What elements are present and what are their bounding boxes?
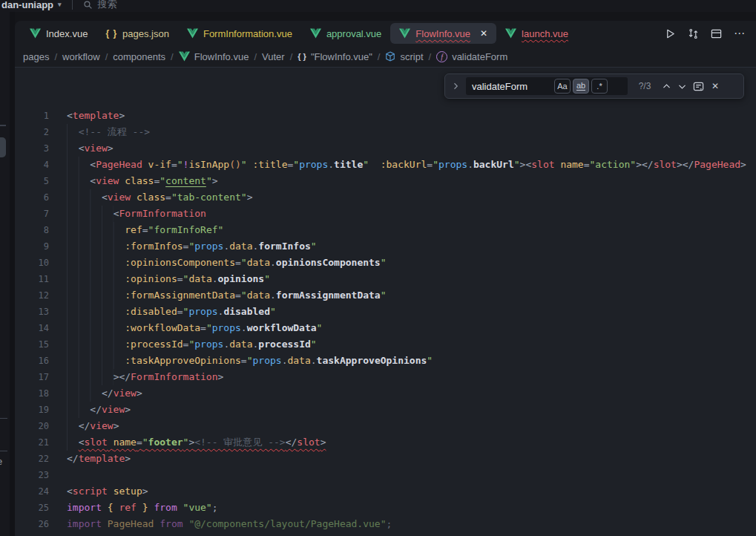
code-token: props <box>188 306 217 317</box>
code-token: ></ <box>677 159 694 170</box>
code-token: = <box>177 273 183 284</box>
code-line-14[interactable]: 14:workflowData="props.workflowData" <box>15 320 756 336</box>
code-line-10[interactable]: 10:opinionsComponents="data.opinionsComp… <box>15 255 756 271</box>
code-line-11[interactable]: 11:opinions="data.opinions" <box>15 271 756 287</box>
code-line-20[interactable]: 20</view> <box>15 418 756 434</box>
code-line-1[interactable]: 1<template> <box>15 108 756 124</box>
code-token: " <box>514 159 520 170</box>
line-number: 15 <box>15 336 49 353</box>
code-token: () <box>229 159 241 170</box>
find-input[interactable] <box>472 81 552 92</box>
run-button[interactable] <box>665 28 676 39</box>
project-selector[interactable]: dan-uniapp ▾ <box>0 0 62 10</box>
global-search[interactable]: 搜索 <box>83 0 117 11</box>
line-number: 4 <box>15 157 49 173</box>
indent-guide <box>67 320 125 336</box>
code-line-22[interactable]: 22</template> <box>15 451 756 467</box>
code-token: < <box>90 159 96 170</box>
breadcrumb-label: workflow <box>62 51 100 62</box>
code-text: :formInfos="props.data.formInfos" <box>125 238 316 255</box>
tab-index-vue[interactable]: Index.vue <box>21 21 96 46</box>
code-line-21[interactable]: 21<slot name="footer"><!-- 审批意见 --></slo… <box>15 434 756 451</box>
strip-tab-handle[interactable] <box>0 137 6 157</box>
match-case-button[interactable]: Aa <box>554 79 571 94</box>
line-number: 10 <box>15 255 49 271</box>
breadcrumb: pages/workflow/components/FlowInfo.vue/V… <box>15 46 756 67</box>
code-line-15[interactable]: 15:processId="props.data.processId" <box>15 336 756 353</box>
breadcrumb-item-validateform[interactable]: fvalidateForm <box>436 51 507 62</box>
code-token: = <box>177 306 183 317</box>
code-line-7[interactable]: 7<FormInformation <box>15 206 756 222</box>
code-text: import { ref } from "vue"; <box>67 500 218 516</box>
code-line-26[interactable]: 26import PageHead from "@/components/lay… <box>15 516 756 532</box>
code-line-17[interactable]: 17></FormInformation> <box>15 369 756 385</box>
code-line-12[interactable]: 12:formAssignmentData="data.formAssignme… <box>15 287 756 304</box>
find-in-selection-button[interactable] <box>693 81 704 92</box>
tab-flowinfo-vue[interactable]: FlowInfo.vue✕ <box>390 23 496 44</box>
code-line-13[interactable]: 13:disabled="props.disabled" <box>15 304 756 320</box>
tab-forminformation-vue[interactable]: FormInformation.vue <box>178 21 301 46</box>
code-token: < <box>102 192 108 203</box>
code-line-6[interactable]: 6<view class="tab-content"> <box>15 189 756 206</box>
code-area[interactable]: 1<template>2<!-- 流程 -->3<view>4<PageHead… <box>15 68 756 532</box>
code-token: opinions <box>218 273 265 284</box>
code-token: { <box>108 502 114 513</box>
breadcrumb-item-pages[interactable]: pages <box>23 51 49 62</box>
tab-pages-json[interactable]: { }pages.json <box>96 21 178 46</box>
code-line-5[interactable]: 5<view class="content"> <box>15 173 756 189</box>
toggle-replace-icon[interactable] <box>451 82 460 91</box>
next-match-button[interactable] <box>677 82 687 91</box>
more-actions-button[interactable]: ⋯ <box>734 27 746 40</box>
breadcrumb-item-vuter[interactable]: Vuter <box>262 51 285 62</box>
tab-launch-vue[interactable]: launch.vue <box>496 21 577 46</box>
line-number: 24 <box>15 483 49 500</box>
line-number: 23 <box>15 467 49 483</box>
code-line-4[interactable]: 4<PageHead v-if="!isInApp()" :title="pro… <box>15 157 756 173</box>
code-line-3[interactable]: 3<view> <box>15 140 756 157</box>
code-line-2[interactable]: 2<!-- 流程 --> <box>15 124 756 140</box>
code-token: " <box>177 159 183 170</box>
code-line-24[interactable]: 24<script setup> <box>15 483 756 500</box>
code-token: = <box>142 224 148 235</box>
code-line-25[interactable]: 25import { ref } from "vue"; <box>15 500 756 516</box>
code-line-19[interactable]: 19</view> <box>15 402 756 418</box>
close-find-icon[interactable]: ✕ <box>710 81 719 91</box>
line-number: 7 <box>15 206 49 222</box>
split-editor-button[interactable] <box>711 28 722 39</box>
editor-pane[interactable]: Aa ab .* ?/3 ✕ 1<template>2<!-- 流程 -->3<… <box>15 67 756 536</box>
code-token <box>131 192 137 203</box>
code-token: " <box>381 257 387 268</box>
code-line-9[interactable]: 9:formInfos="props.data.formInfos" <box>15 238 756 255</box>
breadcrumb-item-components[interactable]: components <box>113 51 165 62</box>
git-compare-button[interactable] <box>688 28 699 39</box>
code-line-16[interactable]: 16:taskApproveOpinions="props.data.taskA… <box>15 353 756 369</box>
braces-icon: { } <box>298 52 306 61</box>
code-line-18[interactable]: 18</view> <box>15 385 756 402</box>
code-token: </ <box>67 453 79 464</box>
breadcrumb-item-script[interactable]: script <box>385 51 423 62</box>
whole-word-button[interactable]: ab <box>573 79 589 94</box>
code-text: </view> <box>90 402 131 418</box>
code-token: " <box>433 159 438 170</box>
code-token: import <box>67 518 102 529</box>
breadcrumb-item-workflow[interactable]: workflow <box>62 51 100 62</box>
code-line-23[interactable]: 23 <box>15 467 756 483</box>
code-text: import PageHead from "@/components/layou… <box>67 516 392 532</box>
code-text: </template> <box>67 451 131 467</box>
indent-guide <box>67 206 114 222</box>
code-text: ></FormInformation> <box>114 369 224 385</box>
previous-match-button[interactable] <box>662 82 671 91</box>
code-token: view <box>90 420 113 431</box>
breadcrumb-item-flowinfo-vue[interactable]: { }"FlowInfo.vue" <box>298 51 372 62</box>
code-token: < <box>67 110 73 121</box>
code-token: class <box>125 175 154 186</box>
regex-button[interactable]: .* <box>591 79 608 94</box>
close-tab-icon[interactable]: ✕ <box>480 28 487 39</box>
code-token: :disabled <box>125 306 177 317</box>
code-token: . <box>212 273 218 284</box>
breadcrumb-item-flowinfo-vue[interactable]: FlowInfo.vue <box>179 51 249 62</box>
code-line-8[interactable]: 8ref="formInfoRef" <box>15 222 756 238</box>
code-token: formAssignmentData <box>276 290 381 301</box>
tab-approval-vue[interactable]: approval.vue <box>301 21 390 46</box>
code-token: " <box>241 159 247 170</box>
